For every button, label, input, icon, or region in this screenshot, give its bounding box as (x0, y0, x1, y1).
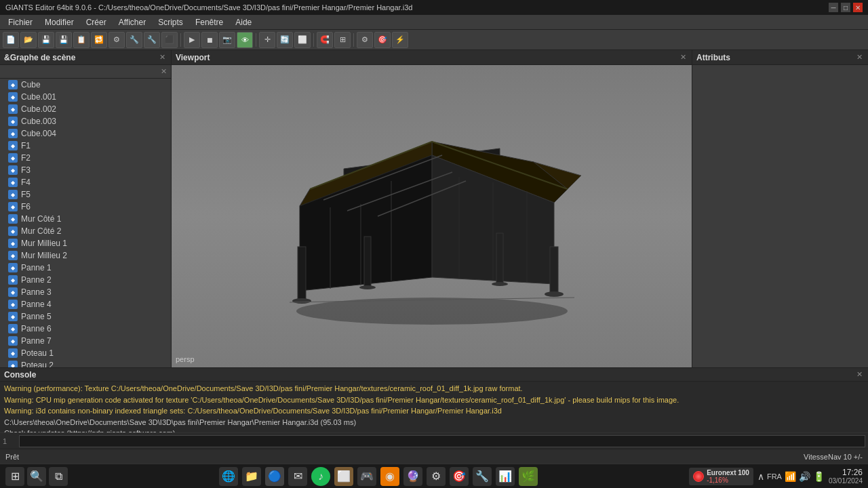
toolbar-scale[interactable]: ⬜ (294, 32, 311, 48)
toolbar-btn7[interactable]: ⚙ (108, 32, 125, 48)
taskbar-spotify[interactable]: ♪ (311, 467, 330, 486)
taskbar-app3[interactable]: 🎯 (450, 467, 469, 486)
tray-volume[interactable]: 🔊 (799, 471, 810, 482)
scene-list-item[interactable]: ◆Cube.004 (0, 127, 171, 140)
scene-list-item[interactable]: ◆Panne 1 (0, 262, 171, 274)
scene-list-item[interactable]: ◆Cube (0, 79, 171, 91)
menu-modifier[interactable]: Modifier (39, 16, 79, 28)
scene-list-item[interactable]: ◆Cube.002 (0, 103, 171, 115)
menu-fenetre[interactable]: Fenêtre (190, 16, 229, 28)
menu-fichier[interactable]: Fichier (3, 16, 38, 28)
toolbar-btn5[interactable]: 📋 (73, 32, 90, 48)
taskbar-steam[interactable]: 🎮 (357, 467, 376, 486)
scene-list-item[interactable]: ◆Mur Côté 2 (0, 225, 171, 237)
scene-list-item[interactable]: ◆F4 (0, 176, 171, 188)
scene-panel-close-button[interactable]: ✕ (158, 53, 167, 62)
taskbar-app4[interactable]: 🔧 (473, 467, 492, 486)
toolbar-btn6[interactable]: 🔁 (91, 32, 107, 48)
console-input[interactable] (19, 435, 865, 447)
scene-list-item[interactable]: ◆F2 (0, 152, 171, 164)
toolbar-extra3[interactable]: ⚡ (392, 32, 408, 48)
scene-list-item[interactable]: ◆Mur Millieu 1 (0, 237, 171, 249)
console-input-row: 1 (0, 432, 868, 449)
scene-list-item[interactable]: ◆Cube.001 (0, 91, 171, 103)
task-view-button[interactable]: ⧉ (49, 467, 68, 486)
taskbar-app2[interactable]: ⚙ (427, 467, 446, 486)
toolbar-btn9[interactable]: 🔧 (144, 32, 160, 48)
scene-list[interactable]: ◆Cube◆Cube.001◆Cube.002◆Cube.003◆Cube.00… (0, 79, 171, 367)
scene-item-cube-icon: ◆ (8, 92, 18, 102)
taskbar-explorer[interactable]: 📁 (242, 467, 261, 486)
taskbar-blender[interactable]: ◉ (380, 467, 399, 486)
viewport-close-button[interactable]: ✕ (679, 53, 688, 62)
taskbar-giants[interactable]: 🌿 (519, 467, 538, 486)
toolbar-transform[interactable]: ✛ (259, 32, 275, 48)
close-window-button[interactable]: ✕ (853, 3, 863, 12)
scene-list-item[interactable]: ◆Panne 6 (0, 323, 171, 335)
scene-item-label: Mur Côté 2 (21, 226, 61, 236)
start-button[interactable]: ⊞ (5, 467, 24, 486)
scene-item-label: Cube.004 (21, 129, 56, 138)
minimize-button[interactable]: ─ (829, 3, 838, 12)
taskbar-minecraft[interactable]: ⬜ (334, 467, 353, 486)
toolbar-new[interactable]: 📄 (3, 32, 19, 48)
console-message: Check for updates (https://gdn.giants-so… (4, 428, 864, 432)
toolbar-open[interactable]: 📂 (20, 32, 37, 48)
console-message: Warning: CPU mip generation code activat… (4, 394, 864, 406)
console-close-button[interactable]: ✕ (855, 370, 864, 379)
scene-list-item[interactable]: ◆Poteau 2 (0, 359, 171, 367)
toolbar-view[interactable]: 👁 (237, 32, 253, 48)
scene-list-item[interactable]: ◆Panne 2 (0, 274, 171, 286)
title-bar-controls: ─ □ ✕ (829, 3, 863, 12)
toolbar-grid[interactable]: ⊞ (334, 32, 351, 48)
attributes-close-button[interactable]: ✕ (855, 53, 864, 62)
tray-wifi[interactable]: 📶 (785, 471, 796, 482)
clock-display[interactable]: 17:26 03/01/2024 (829, 468, 863, 485)
toolbar-camera[interactable]: 📷 (219, 32, 235, 48)
taskbar-mail[interactable]: ✉ (288, 467, 307, 486)
scene-item-label: Cube.001 (21, 92, 56, 102)
scene-list-item[interactable]: ◆Cube.003 (0, 115, 171, 127)
toolbar-extra2[interactable]: 🎯 (374, 32, 391, 48)
toolbar-save[interactable]: 💾 (38, 32, 54, 48)
scene-list-item[interactable]: ◆F3 (0, 164, 171, 176)
scene-list-item[interactable]: ◆Panne 7 (0, 335, 171, 347)
toolbar-rotate[interactable]: 🔄 (277, 32, 293, 48)
tray-battery[interactable]: 🔋 (813, 471, 825, 482)
menu-aide[interactable]: Aide (230, 16, 257, 28)
scene-list-item[interactable]: ◆F1 (0, 140, 171, 152)
taskbar-edge[interactable]: 🌐 (219, 467, 238, 486)
scene-list-item[interactable]: ◆Panne 5 (0, 310, 171, 323)
menu-scripts[interactable]: Scripts (153, 16, 189, 28)
menu-afficher[interactable]: Afficher (113, 16, 151, 28)
scene-list-item[interactable]: ◆Mur Côté 1 (0, 213, 171, 225)
viewport-canvas[interactable]: persp (172, 65, 692, 367)
scene-list-item[interactable]: ◆Poteau 1 (0, 347, 171, 359)
scene-list-item[interactable]: ◆Mur Millieu 2 (0, 249, 171, 262)
toolbar-btn8[interactable]: 🔧 (126, 32, 142, 48)
scene-list-item[interactable]: ◆Panne 3 (0, 286, 171, 298)
scene-list-item[interactable]: ◆F6 (0, 201, 171, 213)
toolbar-btn10[interactable]: ⬛ (161, 32, 178, 48)
tray-expand[interactable]: ∧ (757, 471, 764, 482)
taskbar-app1[interactable]: 🔮 (403, 467, 422, 486)
toolbar-play[interactable]: ▶ (184, 32, 200, 48)
toolbar-snap[interactable]: 🧲 (317, 32, 333, 48)
scene-panel-collapse-button[interactable]: ✕ (159, 67, 168, 76)
taskbar-chrome[interactable]: 🔵 (265, 467, 284, 486)
scene-list-item[interactable]: ◆F5 (0, 188, 171, 201)
scene-list-item[interactable]: ◆Panne 4 (0, 298, 171, 310)
svg-point-18 (292, 298, 311, 304)
console-message: C:\Users\theoa\OneDrive\Documents\Save 3… (4, 417, 864, 428)
menu-creer[interactable]: Créer (81, 16, 112, 28)
status-ready: Prêt (5, 453, 19, 461)
toolbar-stop[interactable]: ⏹ (201, 32, 218, 48)
scene-item-label: Panne 5 (21, 312, 52, 321)
scene-item-cube-icon: ◆ (8, 165, 18, 175)
search-button[interactable]: 🔍 (27, 467, 46, 486)
taskbar-app5[interactable]: 📊 (496, 467, 515, 486)
stock-indicator[interactable]: Euronext 100 -1,16% (689, 468, 753, 485)
toolbar-extra1[interactable]: ⚙ (357, 32, 373, 48)
toolbar-save2[interactable]: 💾 (56, 32, 72, 48)
maximize-button[interactable]: □ (841, 3, 850, 12)
